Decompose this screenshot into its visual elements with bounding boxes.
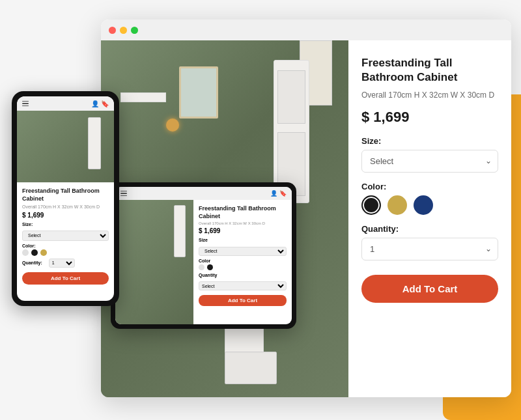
tablet-topbar: 👤 🔖: [115, 187, 292, 200]
phone-add-to-cart-button[interactable]: Add To Cart: [22, 272, 109, 285]
maximize-dot[interactable]: [131, 27, 138, 34]
tablet-product-details: Freestanding Tall Bathroom Cabinet Overa…: [193, 200, 292, 324]
size-select-wrapper: Select Small Medium Large ⌄: [361, 150, 498, 173]
product-title: Freestanding Tall Bathroom Cabinet: [361, 56, 498, 85]
phone-color-options: [22, 249, 109, 256]
tablet-product-title: Freestanding Tall Bathroom Cabinet: [199, 205, 287, 220]
tablet-hamburger-icon: [120, 191, 127, 197]
phone-color-gold[interactable]: [40, 249, 47, 256]
tablet-cabinet-mini: [174, 205, 186, 257]
tablet-add-to-cart-button[interactable]: Add To Cart: [199, 295, 287, 306]
phone-color-black[interactable]: [31, 249, 38, 256]
phone-color-label: Color:: [22, 244, 109, 248]
size-label: Size:: [361, 136, 498, 146]
phone-product-image: [17, 111, 114, 182]
tablet-product-image: [115, 200, 193, 324]
quantity-select[interactable]: 1 2 3: [361, 238, 498, 260]
tall-cabinet: [274, 60, 309, 203]
tablet-qty-select[interactable]: Select: [199, 281, 287, 290]
color-swatch-black[interactable]: [361, 195, 381, 215]
phone-cabinet-mini: [88, 117, 101, 169]
phone-product-title: Freestanding Tall Bathroom Cabinet: [22, 188, 109, 203]
phone-size-label: Size:: [22, 222, 109, 227]
tablet-device: 👤 🔖 Freestanding Tall Bathroom Cabinet O…: [111, 182, 296, 329]
tablet-color-options: [199, 264, 287, 270]
phone-account-icon: 👤 🔖: [91, 100, 109, 107]
product-dimensions: Overall 170cm H X 32cm W X 30cm D: [361, 90, 498, 101]
size-select[interactable]: Select Small Medium Large: [361, 150, 498, 173]
phone-screen: 👤 🔖 Freestanding Tall Bathroom Cabinet O…: [17, 96, 114, 301]
tablet-body: Freestanding Tall Bathroom Cabinet Overa…: [115, 200, 292, 324]
color-options: [361, 195, 498, 215]
phone-qty-label: Quantity:: [22, 260, 42, 265]
tablet-account-icon: 👤 🔖: [270, 190, 287, 197]
phone-color-white[interactable]: [22, 249, 29, 256]
tablet-product-price: $ 1,699: [199, 227, 287, 234]
tablet-product-dims: Overall 170cm H X 32cm W X 30cm D: [199, 221, 287, 225]
tablet-color-black[interactable]: [207, 264, 213, 270]
phone-product-details: Freestanding Tall Bathroom Cabinet Overa…: [17, 182, 114, 290]
tablet-qty-label: Quantity: [199, 273, 287, 277]
phone-product-dims: Overall 170cm H X 32cm W X 30cm D: [22, 204, 109, 209]
phone-product-price: $ 1,699: [22, 212, 109, 219]
close-dot[interactable]: [109, 27, 116, 34]
wall-shelf: [120, 92, 166, 102]
phone-quantity-row: Quantity: 1: [22, 259, 109, 268]
product-panel: Freestanding Tall Bathroom Cabinet Overa…: [348, 40, 511, 397]
sink: [225, 352, 277, 384]
tablet-size-label: Size: [199, 238, 287, 242]
phone-size-select[interactable]: Select: [22, 231, 109, 241]
hamburger-icon: [22, 101, 29, 107]
color-label: Color:: [361, 182, 498, 191]
tablet-color-label: Color: [199, 259, 287, 263]
tablet-color-white[interactable]: [199, 264, 204, 270]
phone-device: 👤 🔖 Freestanding Tall Bathroom Cabinet O…: [12, 91, 119, 306]
browser-titlebar: [101, 20, 511, 40]
tablet-screen: 👤 🔖 Freestanding Tall Bathroom Cabinet O…: [115, 187, 292, 324]
color-swatch-gold[interactable]: [387, 195, 407, 215]
color-swatch-navy[interactable]: [414, 195, 433, 215]
quantity-label: Quantity:: [361, 224, 498, 234]
tablet-size-select[interactable]: Select: [199, 247, 287, 256]
lamp: [166, 119, 179, 132]
quantity-select-wrapper: 1 2 3 ⌄: [361, 238, 498, 260]
add-to-cart-button[interactable]: Add To Cart: [361, 275, 498, 303]
phone-qty-select[interactable]: 1: [49, 259, 75, 268]
phone-topbar: 👤 🔖: [17, 96, 114, 111]
product-price: $ 1,699: [361, 109, 498, 126]
minimize-dot[interactable]: [120, 27, 127, 34]
bathroom-mirror: [179, 66, 218, 119]
